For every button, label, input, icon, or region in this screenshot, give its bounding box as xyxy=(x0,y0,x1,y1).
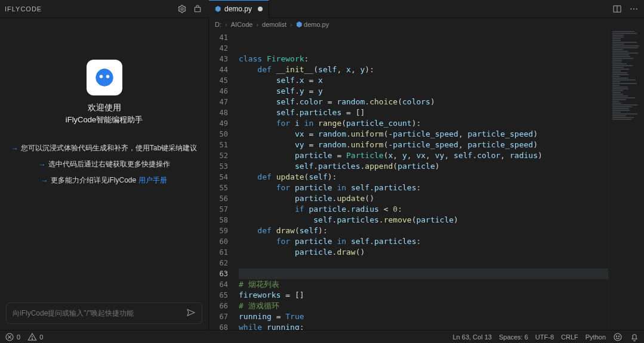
tab-label: demo.py xyxy=(224,5,252,13)
chat-input-box[interactable] xyxy=(6,302,202,324)
line-number: 68 xyxy=(209,322,228,330)
code-line[interactable]: vy = random.uniform(-particle_speed, par… xyxy=(239,140,644,150)
welcome-panel: 欢迎使用 iFlyCode智能编程助手 → 您可以沉浸式体验代码生成和补齐，使用… xyxy=(0,18,208,296)
line-number: 43 xyxy=(209,54,228,64)
code-line[interactable]: particle.draw() xyxy=(239,247,644,258)
line-number: 59 xyxy=(209,225,228,236)
instruction-text: 您可以沉浸式体验代码生成和补齐，使用Tab键采纳建议 xyxy=(21,143,197,153)
code-line[interactable] xyxy=(239,268,644,279)
status-errors[interactable]: 0 xyxy=(5,332,20,342)
code-line[interactable]: self.color = random.choice(colors) xyxy=(239,97,644,107)
code-line[interactable]: class Firework: xyxy=(239,54,644,64)
settings-icon[interactable] xyxy=(175,2,189,16)
breadcrumb-item[interactable]: AICode xyxy=(231,21,253,28)
line-number: 64 xyxy=(209,279,228,290)
breadcrumb[interactable]: D:›AICode›demolist›⬢ demo.py xyxy=(209,18,644,31)
line-number: 42 xyxy=(209,43,228,54)
python-icon: ⬢ xyxy=(296,20,304,29)
line-number: 66 xyxy=(209,301,228,311)
status-encoding[interactable]: UTF-8 xyxy=(535,333,554,341)
status-spaces[interactable]: Spaces: 6 xyxy=(499,333,528,341)
line-number: 67 xyxy=(209,311,228,322)
code-line[interactable]: def update(self): xyxy=(239,172,644,183)
line-number: 61 xyxy=(209,247,228,258)
code-line[interactable]: self.particles = [] xyxy=(239,107,644,118)
python-icon: ⬢ xyxy=(215,5,221,13)
instruction-row: → 选中代码后通过右键获取更多快捷操作 xyxy=(6,159,203,169)
code-line[interactable]: self.y = y xyxy=(239,86,644,97)
status-line-col[interactable]: Ln 63, Col 13 xyxy=(452,333,491,341)
svg-point-15 xyxy=(614,333,621,341)
code-line[interactable]: if particle.radius < 0: xyxy=(239,204,644,215)
warning-icon xyxy=(27,332,37,342)
code-line[interactable]: def __init__(self, x, y): xyxy=(239,64,644,75)
welcome-subtitle: iFlyCode智能编程助手 xyxy=(66,115,143,125)
arrow-icon: → xyxy=(11,144,19,153)
code-body[interactable]: class Firework: def __init__(self, x, y)… xyxy=(234,31,644,330)
instruction-list: → 您可以沉浸式体验代码生成和补齐，使用Tab键采纳建议→ 选中代码后通过右键获… xyxy=(6,143,203,186)
status-eol[interactable]: CRLF xyxy=(561,333,578,341)
line-number: 65 xyxy=(209,290,228,301)
code-line[interactable] xyxy=(239,32,644,43)
status-language[interactable]: Python xyxy=(586,333,606,341)
breadcrumb-sep: › xyxy=(256,21,258,28)
breadcrumb-item[interactable]: D: xyxy=(215,21,221,28)
code-line[interactable]: def draw(self): xyxy=(239,225,644,236)
code-line[interactable] xyxy=(239,43,644,54)
iflycode-logo xyxy=(87,60,122,95)
line-number: 54 xyxy=(209,172,228,183)
code-line[interactable]: self.particles.remove(particle) xyxy=(239,215,644,225)
breadcrumb-item[interactable]: ⬢ demo.py xyxy=(296,20,329,29)
code-line[interactable]: particle = Particle(x, y, vx, vy, self.c… xyxy=(239,150,644,161)
line-number: 57 xyxy=(209,204,228,215)
code-line[interactable]: # 烟花列表 xyxy=(239,279,644,290)
code-line[interactable]: # 游戏循环 xyxy=(239,301,644,311)
welcome-title: 欢迎使用 xyxy=(88,103,121,113)
code-line[interactable]: fireworks = [] xyxy=(239,290,644,301)
line-number: 53 xyxy=(209,161,228,172)
manual-link[interactable]: 用户手册 xyxy=(138,175,167,186)
line-number: 58 xyxy=(209,215,228,225)
topbar-right xyxy=(611,2,644,16)
code-line[interactable]: self.x = x xyxy=(239,75,644,86)
main-area: 欢迎使用 iFlyCode智能编程助手 → 您可以沉浸式体验代码生成和补齐，使用… xyxy=(0,18,644,330)
code-line[interactable]: for i in range(particle_count): xyxy=(239,118,644,129)
line-number: 45 xyxy=(209,75,228,86)
code-line[interactable]: vx = random.uniform(-particle_speed, par… xyxy=(239,129,644,140)
code-line[interactable]: self.particles.append(particle) xyxy=(239,161,644,172)
more-icon[interactable] xyxy=(627,2,640,16)
send-icon[interactable] xyxy=(186,308,196,319)
split-editor-icon[interactable] xyxy=(611,2,624,16)
tab-demo-py[interactable]: ⬢ demo.py xyxy=(209,0,269,18)
sidebar-header: IFLYCODE xyxy=(0,2,209,16)
code-line[interactable]: running = True xyxy=(239,311,644,322)
chat-input[interactable] xyxy=(13,309,186,317)
line-number: 49 xyxy=(209,118,228,129)
code-line[interactable]: while running: xyxy=(239,322,644,330)
line-number: 56 xyxy=(209,193,228,204)
arrow-icon: → xyxy=(39,160,46,169)
status-bell-icon[interactable] xyxy=(630,332,639,342)
code-line[interactable]: particle.update() xyxy=(239,193,644,204)
svg-point-17 xyxy=(618,336,619,336)
instruction-row: → 您可以沉浸式体验代码生成和补齐，使用Tab键采纳建议 xyxy=(6,143,203,153)
svg-point-16 xyxy=(616,336,617,336)
dirty-indicator-icon xyxy=(258,7,263,11)
code-line[interactable]: for particle in self.particles: xyxy=(239,236,644,247)
title-bar: IFLYCODE ⬢ demo.py xyxy=(0,0,644,18)
line-number: 51 xyxy=(209,140,228,150)
svg-point-6 xyxy=(636,8,637,10)
code-editor[interactable]: 4142434445464748495051525354555657585960… xyxy=(209,31,644,330)
breadcrumb-item[interactable]: demolist xyxy=(262,21,286,28)
status-feedback-icon[interactable] xyxy=(613,332,623,342)
minimap[interactable] xyxy=(608,31,644,330)
package-icon[interactable] xyxy=(191,2,204,16)
arrow-icon: → xyxy=(41,177,48,185)
svg-point-0 xyxy=(181,8,183,10)
status-warnings[interactable]: 0 xyxy=(27,332,43,342)
instruction-row: → 更多能力介绍详见iFlyCode 用户手册 xyxy=(6,175,203,186)
line-number: 46 xyxy=(209,86,228,97)
brand-label: IFLYCODE xyxy=(5,5,42,13)
code-line[interactable] xyxy=(239,258,644,268)
code-line[interactable]: for particle in self.particles: xyxy=(239,183,644,193)
